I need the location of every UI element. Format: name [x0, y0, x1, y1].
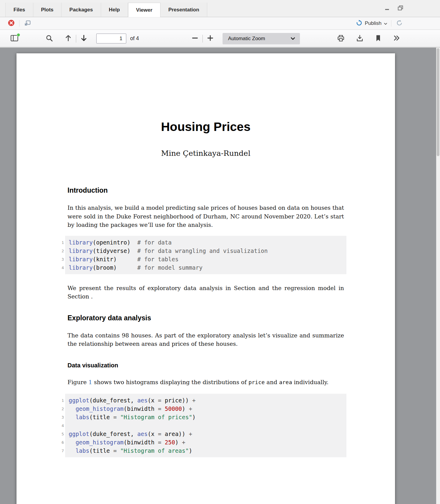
code-token: price)) [161, 397, 192, 404]
tab-viewer[interactable]: Viewer [128, 3, 161, 17]
code-token: (knitr) [93, 256, 137, 262]
code-line: 3library(knitr) # for tables [69, 255, 343, 263]
find-in-document-button[interactable] [45, 34, 54, 44]
code-token: ) [192, 414, 196, 420]
toolbar-more-tools-button[interactable] [392, 34, 401, 43]
arrow-up-icon [64, 34, 72, 43]
next-page-button[interactable] [79, 33, 88, 44]
code-token: (x [148, 431, 158, 437]
text-segment: shows two histograms displaying the dist… [92, 379, 248, 385]
text-segment: price [248, 379, 265, 385]
text-segment: individually. [292, 379, 329, 385]
page-number-input[interactable] [96, 34, 126, 43]
search-icon [46, 34, 53, 43]
refresh-button[interactable] [395, 19, 403, 28]
code-token: (title [89, 414, 113, 420]
code-token: (x [148, 397, 158, 404]
code-line-number: 2 [55, 407, 64, 411]
code-line-number: 2 [55, 249, 64, 253]
figure-reference-link[interactable]: 1 [88, 379, 92, 385]
code-token [161, 405, 165, 412]
code-token: = [113, 447, 117, 454]
code-line: 4library(broom) # for model summary [69, 263, 343, 272]
code-token: library [69, 256, 93, 262]
pane-tab-bar: Files Plots Packages Help Viewer Present… [0, 0, 440, 17]
stop-icon [8, 19, 15, 27]
code-line-number: 1 [55, 241, 64, 245]
code-token: # for data [137, 239, 172, 246]
code-token: geom_histogram [76, 405, 124, 412]
text-segment: and [265, 379, 279, 385]
vertical-scrollbar[interactable] [436, 48, 440, 504]
publish-label: Publish [365, 20, 382, 26]
publish-button[interactable]: Publish [356, 20, 387, 27]
toolbar-right-group: Publish [356, 19, 403, 28]
pdf-toolbar: of 4 Automatic Zoom [0, 30, 440, 47]
zoom-select-label: Automatic Zoom [228, 36, 265, 42]
code-token: (title [89, 447, 113, 454]
tab-label: Help [109, 7, 120, 13]
code-line: 2 geom_histogram(binwidth = 50000) + [69, 405, 343, 413]
arrow-down-icon [80, 34, 88, 43]
zoom-in-button[interactable] [206, 34, 215, 43]
code-token: + [189, 405, 192, 412]
code-token: # for model summary [137, 264, 202, 271]
code-token: "Histogram of areas" [120, 447, 189, 454]
minimize-pane-button[interactable] [383, 4, 391, 13]
code-line: 1ggplot(duke_forest, aes(x = price)) + [69, 396, 343, 405]
paragraph-eda: The data contains 98 houses. As part of … [67, 331, 344, 348]
code-token: area)) [161, 431, 189, 437]
code-line: 1library(openintro) # for data [69, 238, 343, 247]
code-token: # for tables [137, 256, 178, 262]
code-line-number: 5 [55, 432, 64, 436]
stop-button[interactable] [7, 19, 15, 28]
code-token: (binwidth [124, 439, 158, 446]
heading-data-visualization: Data visualization [67, 362, 344, 369]
code-token: ggplot [69, 431, 89, 437]
code-line: 3 labs(title = "Histogram of prices") [69, 413, 343, 421]
tab-packages[interactable]: Packages [61, 3, 101, 17]
code-token: = [158, 397, 161, 404]
toolbar-separator [202, 35, 203, 43]
code-token: (binwidth [124, 405, 158, 412]
toggle-sidebar-button[interactable] [10, 34, 19, 43]
toolbar-separator [19, 20, 19, 27]
download-icon [356, 34, 364, 43]
download-button[interactable] [355, 34, 364, 44]
maximize-pane-button[interactable] [397, 4, 405, 13]
code-token: library [69, 264, 93, 271]
code-token: # for data wrangling and visualization [137, 248, 268, 254]
code-token: (broom) [93, 264, 137, 271]
open-in-new-window-button[interactable] [23, 19, 31, 28]
tab-plots[interactable]: Plots [33, 3, 62, 17]
previous-page-button[interactable] [64, 33, 73, 44]
current-view-button[interactable] [374, 34, 382, 44]
code-token: (openintro) [93, 239, 137, 246]
tab-help[interactable]: Help [101, 3, 128, 17]
minus-icon [191, 34, 199, 43]
pdf-toolbar-right-group [336, 34, 401, 44]
code-token: = [158, 431, 161, 437]
tab-label: Files [13, 7, 25, 13]
plus-icon [207, 34, 214, 43]
tab-files[interactable]: Files [5, 3, 33, 17]
maximize-pane-icon [398, 5, 403, 11]
code-token [69, 439, 76, 446]
code-token: + [182, 439, 185, 446]
code-token: = [113, 414, 117, 420]
scrollbar-thumb[interactable] [437, 48, 439, 156]
code-token: labs [76, 447, 89, 454]
code-line-number: 1 [55, 399, 64, 402]
publish-icon [356, 20, 362, 27]
code-token: library [69, 248, 93, 254]
toolbar-separator [391, 20, 391, 27]
code-line-number: 3 [55, 257, 64, 261]
paragraph-sections: We present the results of exploratory da… [67, 284, 344, 301]
code-token: + [192, 397, 196, 404]
print-button[interactable] [336, 34, 346, 44]
zoom-out-button[interactable] [190, 34, 199, 43]
zoom-select[interactable]: Automatic Zoom [223, 33, 300, 44]
pdf-page: Housing Prices Mine Çetinkaya-Rundel Int… [16, 53, 395, 504]
code-token: = [158, 439, 161, 446]
tab-presentation[interactable]: Presentation [160, 3, 207, 17]
